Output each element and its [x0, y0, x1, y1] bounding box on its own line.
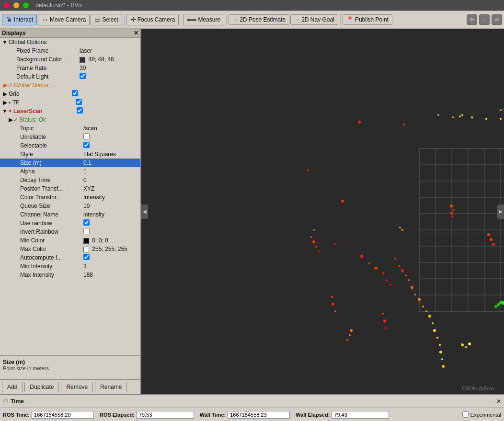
autocompute-check[interactable] — [83, 254, 90, 260]
svg-point-72 — [394, 258, 396, 260]
move-camera-label: Move Camera — [50, 16, 86, 23]
min-color-swatch[interactable] — [83, 238, 89, 244]
alpha-value[interactable]: 1 — [81, 168, 140, 175]
unreliable-check[interactable] — [83, 133, 90, 139]
duplicate-button[interactable]: Duplicate — [24, 382, 59, 392]
fixed-frame-row[interactable]: Fixed Frame laser — [0, 46, 140, 55]
use-rainbow-row[interactable]: Use rainbow — [0, 219, 140, 228]
max-color-row[interactable]: Max Color 255; 255; 255 — [0, 245, 140, 253]
default-light-check[interactable] — [80, 73, 86, 79]
collapse-left-arrow[interactable]: ◀ — [141, 205, 148, 219]
experimental-check[interactable] — [462, 411, 469, 418]
grid-expand[interactable]: ▶ — [2, 91, 8, 97]
maximize-button[interactable] — [23, 2, 29, 8]
add-button[interactable]: Add — [2, 382, 23, 392]
laser-scan-row[interactable]: ▼ ✦ LaserScan — [0, 107, 140, 115]
min-intensity-value[interactable]: 3 — [81, 263, 140, 270]
move-camera-button[interactable]: ↔ Move Camera — [38, 14, 90, 25]
global-options-row[interactable]: ▼ Global Options — [0, 38, 140, 46]
grid-check[interactable] — [72, 90, 78, 96]
channel-name-value[interactable]: intensity — [81, 211, 140, 218]
pose-estimate-label: 2D Pose Estimate — [240, 16, 286, 23]
pose-estimate-button[interactable]: → 2D Pose Estimate — [229, 14, 289, 25]
topic-value[interactable]: /scan — [81, 125, 140, 132]
rename-button[interactable]: Rename — [95, 382, 127, 392]
selectable-check[interactable] — [83, 142, 90, 148]
use-rainbow-check[interactable] — [83, 219, 90, 226]
3d-viewport[interactable]: ◀ ▶ CSDN @Eros — [141, 29, 504, 394]
grid-row[interactable]: ▶ Grid — [0, 90, 140, 98]
laser-status-row[interactable]: ▶ ✓ Status: Ok — [0, 115, 140, 124]
frame-rate-row[interactable]: Frame Rate 30 — [0, 64, 140, 72]
topic-row[interactable]: Topic /scan — [0, 124, 140, 133]
close-button[interactable] — [4, 2, 10, 8]
max-intensity-row[interactable]: Max Intensity 188 — [0, 271, 140, 279]
min-color-label: Min Color — [19, 237, 81, 244]
svg-point-101 — [382, 313, 384, 315]
minimize-button[interactable] — [13, 2, 19, 8]
tf-check[interactable] — [76, 99, 82, 105]
unreliable-row[interactable]: Unreliable — [0, 133, 140, 141]
interact-button[interactable]: 🖱 Interact — [2, 14, 37, 25]
size-row[interactable]: Size (m) 0.1 — [0, 159, 140, 167]
global-options-expand[interactable]: ▼ — [2, 39, 8, 46]
laser-scan-expand[interactable]: ▼ — [2, 108, 8, 114]
min-intensity-row[interactable]: Min Intensity 3 — [0, 262, 140, 271]
svg-point-86 — [439, 344, 441, 346]
max-intensity-expand — [13, 272, 19, 278]
nav-goal-button[interactable]: → 2D Nav Goal — [290, 14, 338, 25]
laser-scan-check[interactable] — [77, 107, 83, 114]
displays-tree[interactable]: ▼ Global Options Fixed Frame laser Backg… — [0, 38, 140, 355]
alpha-row[interactable]: Alpha 1 — [0, 167, 140, 176]
publish-point-button[interactable]: 📍 Publish Point — [343, 14, 392, 25]
color-transf-value[interactable]: Intensity — [81, 194, 140, 201]
focus-camera-button[interactable]: ✛ Focus Camera — [126, 14, 179, 25]
remove-button[interactable]: Remove — [61, 382, 93, 392]
max-color-swatch[interactable] — [83, 247, 89, 252]
measure-button[interactable]: ⟺ Measure — [183, 14, 224, 25]
global-status-row[interactable]: ▶ ⚠ Global Status: ... — [0, 81, 140, 90]
queue-size-value[interactable]: 10 — [81, 203, 140, 209]
max-intensity-value[interactable]: 188 — [81, 272, 140, 278]
frame-rate-value[interactable]: 30 — [78, 65, 140, 71]
position-transf-row[interactable]: Position Transf... XYZ — [0, 184, 140, 193]
global-status-expand[interactable]: ▶ — [2, 82, 8, 89]
background-color-swatch[interactable] — [80, 57, 85, 63]
toolbar-extra-icon-2[interactable]: — — [479, 14, 490, 25]
svg-point-95 — [331, 296, 333, 298]
displays-close-icon[interactable]: ✕ — [134, 30, 138, 36]
style-row[interactable]: Style Flat Squares — [0, 150, 140, 159]
tf-expand[interactable]: ▶ — [2, 99, 8, 106]
decay-time-value[interactable]: 0 — [81, 177, 140, 183]
fixed-frame-value[interactable]: laser — [78, 47, 140, 54]
laser-status-expand[interactable]: ▶ — [8, 116, 13, 123]
time-close-icon[interactable]: ✕ — [496, 398, 501, 405]
ros-elapsed-input[interactable] — [137, 411, 194, 419]
min-color-row[interactable]: Min Color 0; 0; 0 — [0, 236, 140, 245]
invert-rainbow-check[interactable] — [83, 228, 90, 234]
color-transf-row[interactable]: Color Transfor... Intensity — [0, 193, 140, 202]
style-value[interactable]: Flat Squares — [81, 151, 140, 158]
ros-time-input[interactable] — [32, 411, 94, 419]
size-value[interactable]: 0.1 — [81, 159, 140, 166]
tf-row[interactable]: ▶ ✦ TF — [0, 98, 140, 107]
wall-elapsed-input[interactable] — [332, 411, 389, 419]
svg-point-75 — [405, 274, 407, 276]
channel-name-row[interactable]: Channel Name intensity — [0, 210, 140, 219]
decay-time-row[interactable]: Decay Time 0 — [0, 176, 140, 184]
wall-time-input[interactable] — [228, 411, 290, 419]
use-rainbow-expand — [13, 220, 19, 227]
select-button[interactable]: ▭ Select — [91, 14, 122, 25]
collapse-right-arrow[interactable]: ▶ — [497, 205, 504, 219]
invert-rainbow-row[interactable]: Invert Rainbow — [0, 228, 140, 236]
toolbar-extra-icon-3[interactable]: ⚙ — [492, 14, 502, 25]
default-light-row[interactable]: Default Light — [0, 72, 140, 81]
selectable-row[interactable]: Selectable — [0, 141, 140, 150]
laser-scan-check-value — [75, 107, 140, 115]
position-transf-value[interactable]: XYZ — [81, 185, 140, 192]
svg-point-89 — [442, 365, 445, 368]
background-color-row[interactable]: Background Color 48; 48; 48 — [0, 55, 140, 64]
autocompute-row[interactable]: Autocompute I... — [0, 253, 140, 262]
queue-size-row[interactable]: Queue Size 10 — [0, 202, 140, 210]
toolbar-extra-icon-1[interactable]: ✛ — [467, 14, 477, 25]
